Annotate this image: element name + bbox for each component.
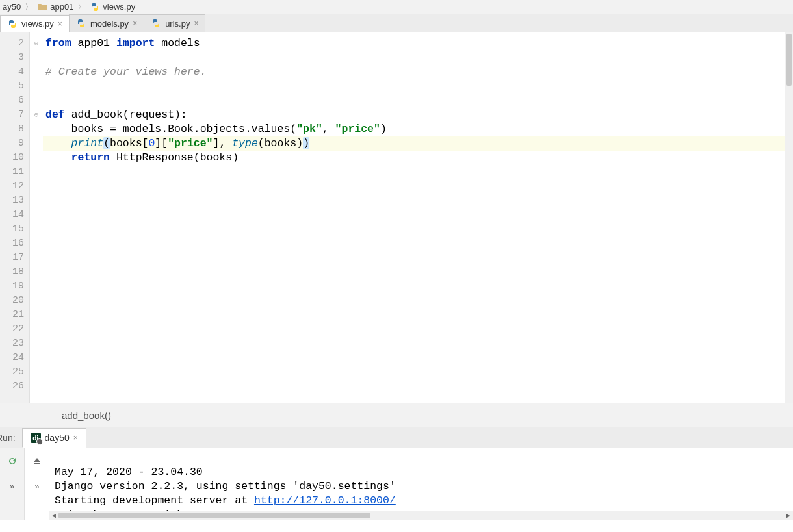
- tab-label: views.py: [21, 19, 54, 29]
- server-url-link[interactable]: http://127.0.0.1:8000/: [254, 494, 396, 507]
- code-line[interactable]: [43, 336, 793, 351]
- python-file-icon: [7, 19, 18, 29]
- vertical-scrollbar[interactable]: [785, 32, 793, 403]
- rerun-icon[interactable]: [6, 455, 19, 468]
- expand-icon[interactable]: »: [6, 479, 19, 492]
- code-line[interactable]: def add_book(request):: [43, 108, 793, 122]
- svg-rect-1: [38, 4, 42, 6]
- line-number-gutter: 2345678910111213141516171819202122232425…: [0, 32, 30, 403]
- code-editor[interactable]: 2345678910111213141516171819202122232425…: [0, 32, 793, 403]
- code-line[interactable]: [43, 208, 793, 222]
- breadcrumb-item[interactable]: ay50: [3, 2, 21, 12]
- code-line[interactable]: [43, 279, 793, 294]
- code-line[interactable]: [43, 179, 793, 194]
- tab-models[interactable]: models.py ×: [69, 14, 144, 32]
- scroll-left-icon[interactable]: ◄: [49, 511, 58, 520]
- run-tab-label: day50: [45, 433, 70, 443]
- chevron-right-icon: 〉: [25, 1, 33, 13]
- code-line[interactable]: [43, 322, 793, 336]
- python-file-icon: [90, 2, 100, 12]
- python-file-icon: [76, 18, 86, 29]
- svg-rect-2: [34, 463, 40, 464]
- code-line[interactable]: from app01 import models: [43, 36, 793, 51]
- code-line[interactable]: [43, 94, 793, 108]
- scroll-right-icon[interactable]: ►: [784, 511, 793, 520]
- code-line[interactable]: [43, 51, 793, 65]
- console-line: May 17, 2020 - 23.04.30: [55, 466, 203, 478]
- run-label: Run:: [0, 433, 22, 443]
- code-line[interactable]: [43, 379, 793, 394]
- code-line[interactable]: [43, 351, 793, 365]
- tab-label: urls.py: [165, 19, 190, 29]
- django-icon: dj: [31, 433, 41, 443]
- run-tool-header: Run: dj day50 ×: [0, 427, 793, 448]
- code-line[interactable]: [43, 236, 793, 251]
- breadcrumb-item[interactable]: app01: [37, 2, 73, 12]
- code-line[interactable]: [43, 194, 793, 208]
- breadcrumb: ay50 〉 app01 〉 views.py: [0, 0, 793, 14]
- code-line[interactable]: [43, 222, 793, 236]
- code-line[interactable]: [43, 79, 793, 94]
- code-line[interactable]: [43, 251, 793, 265]
- scroll-up-icon[interactable]: [31, 455, 44, 468]
- context-label: add_book(): [62, 410, 111, 421]
- console-toolbar-inner: »: [25, 448, 49, 520]
- editor-tabs: views.py × models.py × urls.py ×: [0, 14, 793, 32]
- fold-column: ⊖⊖: [30, 32, 43, 403]
- folder-icon: [37, 2, 47, 12]
- code-line[interactable]: return HttpResponse(books): [43, 151, 793, 165]
- expand-icon[interactable]: »: [31, 479, 44, 492]
- code-line[interactable]: [43, 308, 793, 322]
- scrollbar-thumb[interactable]: [786, 34, 792, 86]
- close-icon[interactable]: ×: [73, 433, 78, 442]
- close-icon[interactable]: ×: [133, 19, 137, 28]
- code-line[interactable]: print(books[0]["price"], type(books)): [43, 136, 793, 151]
- close-icon[interactable]: ×: [194, 19, 198, 28]
- console-panel: » » May 17, 2020 - 23.04.30 Django versi…: [0, 448, 793, 520]
- tab-urls[interactable]: urls.py ×: [144, 14, 205, 32]
- code-line[interactable]: [43, 365, 793, 379]
- code-area[interactable]: from app01 import models# Create your vi…: [43, 32, 793, 403]
- code-line[interactable]: books = models.Book.objects.values("pk",…: [43, 122, 793, 136]
- breadcrumb-item[interactable]: views.py: [90, 2, 135, 12]
- console-line: Starting development server at http://12…: [55, 494, 396, 507]
- console-output[interactable]: May 17, 2020 - 23.04.30 Django version 2…: [49, 448, 793, 520]
- code-line[interactable]: [43, 165, 793, 179]
- chevron-right-icon: 〉: [77, 1, 86, 13]
- close-icon[interactable]: ×: [58, 19, 62, 29]
- tab-label: models.py: [90, 19, 129, 29]
- console-toolbar-left: »: [0, 448, 25, 520]
- code-line[interactable]: [43, 294, 793, 308]
- python-file-icon: [151, 18, 161, 29]
- code-line[interactable]: [43, 265, 793, 279]
- tab-views[interactable]: views.py ×: [0, 15, 70, 32]
- horizontal-scrollbar[interactable]: ◄ ►: [49, 511, 793, 520]
- console-line: Django version 2.2.3, using settings 'da…: [55, 480, 396, 492]
- code-line[interactable]: # Create your views here.: [43, 65, 793, 79]
- structure-breadcrumb[interactable]: add_book(): [0, 403, 793, 427]
- scrollbar-thumb[interactable]: [58, 513, 370, 518]
- run-config-tab[interactable]: dj day50 ×: [22, 428, 86, 448]
